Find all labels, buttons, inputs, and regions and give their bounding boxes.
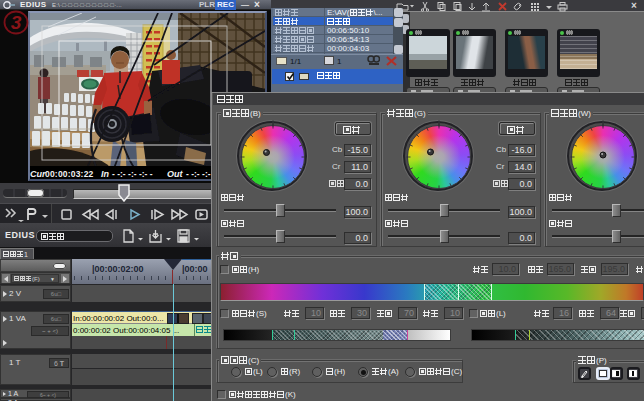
svg-text:3: 3 bbox=[11, 12, 22, 33]
